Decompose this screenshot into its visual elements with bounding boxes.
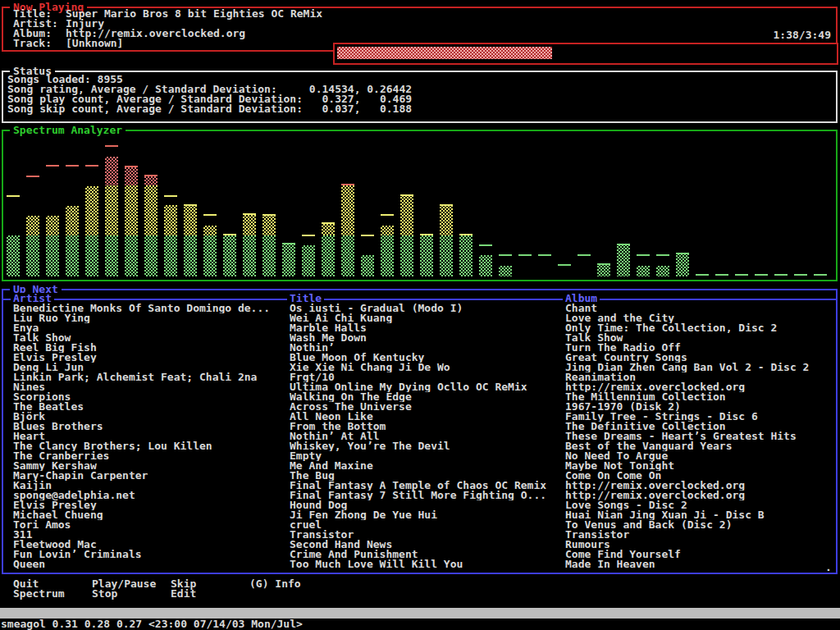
playlist-cell[interactable]: Empty [290, 451, 562, 461]
progress-bar [333, 43, 838, 65]
playlist-cell[interactable]: Blues Brothers [13, 422, 287, 431]
playlist-cell[interactable]: Michael Chueng [13, 510, 287, 520]
playlist-cell[interactable]: Come On Come On [565, 471, 834, 481]
playlist-cell[interactable]: Crime And Punishment [290, 550, 562, 559]
playlist-cell[interactable]: Fun Lovin’ Criminals [13, 550, 287, 559]
playlist-cell[interactable]: Heart [13, 431, 287, 441]
playlist-cell[interactable]: Transistor [565, 530, 834, 540]
spectrum-bar [617, 244, 630, 276]
playlist-cell[interactable]: Jing Dian Zhen Cang Ban Vol 2 - Disc 2 [565, 363, 834, 372]
playlist-cell[interactable]: Huai Nian Jing Xuan Ji - Disc B [565, 510, 834, 520]
shortcut-bar: QuitPlay/PauseSkip(G) InfoSpectrumStopEd… [0, 578, 840, 606]
spectrum-peak-marker [7, 195, 20, 197]
playlist-cell[interactable]: Too Much Love Will Kill You [290, 559, 562, 569]
playlist-cell[interactable]: Nines [13, 382, 287, 392]
bar-segment-green [164, 235, 177, 276]
playlist-cell[interactable]: Björk [13, 412, 287, 422]
playlist-cell[interactable]: http://remix.overclocked.org [565, 382, 834, 392]
playlist-cell[interactable]: Tori Amos [13, 520, 287, 530]
playlist-cell[interactable]: The Bug [290, 471, 562, 481]
playlist-cell[interactable]: Walking On The Edge [290, 392, 562, 402]
playlist-cell[interactable]: The Cranberries [13, 451, 287, 461]
shortcut-edit[interactable]: Edit [171, 589, 196, 599]
playlist-cell[interactable]: From the Bottom [290, 422, 562, 431]
playlist-cell[interactable]: Rumours [565, 540, 834, 550]
playlist-cell[interactable]: Nothin’ [290, 343, 562, 353]
playlist-cell[interactable]: Across The Universe [290, 402, 562, 412]
playlist-cell[interactable]: Elvis Presley [13, 353, 287, 363]
playlist-cell[interactable]: Xie Xie Ni Chang Ji De Wo [290, 363, 562, 372]
playlist-cell[interactable]: Love Songs - Disc 2 [565, 500, 834, 510]
spectrum-bar [105, 157, 118, 276]
playlist-cell[interactable]: Come Find Yourself [565, 550, 834, 559]
playlist-cell[interactable]: 1967-1970 (Disk 2) [565, 402, 834, 412]
playlist-cell[interactable]: Reanimation [565, 372, 834, 382]
playlist-cell[interactable]: Talk Show [13, 333, 287, 343]
playlist-cell[interactable]: Benedictine Monks Of Santo Domingo de... [13, 304, 287, 313]
playlist-cell[interactable]: Only Time: The Collection, Disc 2 [565, 323, 834, 333]
shortcut-stop[interactable]: Stop [92, 589, 117, 599]
playlist-cell[interactable]: Fleetwood Mac [13, 540, 287, 550]
playlist-cell[interactable]: Linkin Park; Alchemist Feat; Chali 2na [13, 372, 287, 382]
bar-segment-green [617, 244, 630, 276]
playlist-cell[interactable]: The Clancy Brothers; Lou Killen [13, 441, 287, 451]
spectrum-bar [656, 266, 669, 276]
playlist-cell[interactable]: The Beatles [13, 402, 287, 412]
playlist-cell[interactable]: Final Fantasy 7 Still More Fighting O... [290, 491, 562, 500]
playlist-cell[interactable]: Frgt/10 [290, 372, 562, 382]
playlist-cell[interactable]: Scorpions [13, 392, 287, 402]
playlist-cell[interactable]: Elvis Presley [13, 500, 287, 510]
playlist-cell[interactable]: Best of the Vanguard Years [565, 441, 834, 451]
playlist-cell[interactable]: Ultima Online My Dying Ocllo OC ReMix [290, 382, 562, 392]
spectrum-peak-marker [735, 274, 748, 276]
playlist-cell[interactable]: Talk Show [565, 333, 834, 343]
playlist-cell[interactable]: Great Country Songs [565, 353, 834, 363]
playlist-cell[interactable]: 311 [13, 530, 287, 540]
playlist-cell[interactable]: Deng Li Jun [13, 363, 287, 372]
bar-segment-green [479, 255, 492, 276]
spectrum-peak-marker [341, 184, 354, 185]
playlist-cell[interactable]: cruel [290, 520, 562, 530]
playlist-cell[interactable]: Second Hand News [290, 540, 562, 550]
playlist-cell[interactable]: Os iusti - Gradual (Modo I) [290, 304, 562, 313]
playlist-cell[interactable]: Liu Ruo Ying [13, 313, 287, 323]
playlist-cell[interactable]: Made In Heaven [565, 559, 834, 569]
playlist-cell[interactable]: Ji Fen Zhong De Yue Hui [290, 510, 562, 520]
playlist-cell[interactable]: Maybe Not Tonight [565, 461, 834, 471]
shortcut-g-info[interactable]: (G) Info [249, 579, 301, 589]
playlist-cell[interactable]: Turn The Radio Off [565, 343, 834, 353]
bar-segment-green [637, 266, 650, 276]
playlist-cell[interactable]: Blue Moon Of Kentucky [290, 353, 562, 363]
playlist-cell[interactable]: Sammy Kershaw [13, 461, 287, 471]
shortcut-spectrum[interactable]: Spectrum [13, 589, 65, 599]
playlist-cell[interactable]: Kaijin [13, 481, 287, 491]
playlist-cell[interactable]: Mary-Chapin Carpenter [13, 471, 287, 481]
playlist-cell[interactable]: Love and the City [565, 313, 834, 323]
playlist-cell[interactable]: The Millennium Collection [565, 392, 834, 402]
playlist-cell[interactable]: The Definitive Collection [565, 422, 834, 431]
playlist-cell[interactable]: Hound Dog [290, 500, 562, 510]
playlist-cell[interactable]: Transistor [290, 530, 562, 540]
playlist-cell[interactable]: Whiskey, You’re The Devil [290, 441, 562, 451]
playlist-cell[interactable]: To Venus and Back (Disc 2) [565, 520, 834, 530]
playlist-cell[interactable]: Wei Ai Chi Kuang [290, 313, 562, 323]
playlist-cell[interactable]: Final Fantasy A Temple of Chaos OC Remix [290, 481, 562, 491]
spectrum-bar [223, 235, 236, 276]
playlist-cell[interactable]: Queen [13, 559, 287, 569]
playlist-cell[interactable]: No Need To Argue [565, 451, 834, 461]
spectrum-bar [676, 253, 689, 276]
playlist-cell[interactable]: Marble Halls [290, 323, 562, 333]
playlist-cell[interactable]: All Neon Like [290, 412, 562, 422]
playlist-cell[interactable]: sponge@adelphia.net [13, 491, 287, 500]
playlist-cell[interactable]: Reel Big Fish [13, 343, 287, 353]
playlist-cell[interactable]: http://remix.overclocked.org [565, 491, 834, 500]
playlist-cell[interactable]: Chant [565, 304, 834, 313]
playlist-cell[interactable]: Nothin’ At All [290, 431, 562, 441]
playlist-cell[interactable]: http://remix.overclocked.org [565, 481, 834, 491]
playlist-cell[interactable]: Enya [13, 323, 287, 333]
playlist-cell[interactable]: Family Tree - Strings - Disc 6 [565, 412, 834, 422]
spectrum-peak-marker [440, 204, 453, 206]
playlist-cell[interactable]: These Dreams - Heart’s Greatest Hits [565, 431, 834, 441]
playlist-cell[interactable]: Wash Me Down [290, 333, 562, 343]
playlist-cell[interactable]: Me And Maxine [290, 461, 562, 471]
